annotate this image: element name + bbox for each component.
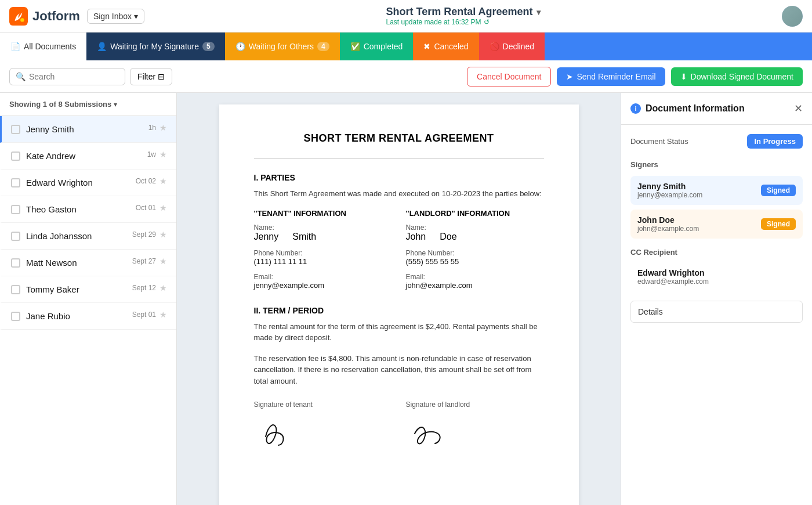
filter-button[interactable]: Filter ⊟ <box>130 68 172 85</box>
landlord-col-title: "LANDLORD" INFORMATION <box>406 209 544 218</box>
document-title: Short Term Rental Agreement ▾ <box>386 6 541 18</box>
submission-list-item[interactable]: Matt Newson Sept 27 ★ <box>0 250 176 276</box>
submission-list-item[interactable]: Jenny Smith 1h ★ <box>0 116 176 143</box>
completed-icon: ✅ <box>350 42 360 51</box>
star-icon[interactable]: ★ <box>160 283 167 293</box>
refresh-icon[interactable]: ↺ <box>484 18 490 26</box>
download-icon: ⬇ <box>680 72 687 81</box>
sign-inbox-button[interactable]: Sign Inbox ▾ <box>87 9 144 24</box>
tab-all-documents[interactable]: 📄 All Documents <box>0 33 86 60</box>
declined-icon: 🚫 <box>490 42 499 51</box>
parties-columns: "TENANT" INFORMATION Name: Jenny Smith P… <box>254 209 544 297</box>
signature-row: Signature of tenant Signature of landlor… <box>254 401 544 448</box>
submission-meta: Sept 12 ★ <box>132 283 167 293</box>
tab-waiting-others[interactable]: 🕐 Waiting for Others 4 <box>225 33 340 60</box>
tab-declined-label: Declined <box>503 42 534 51</box>
filter-icon: ⊟ <box>158 72 165 81</box>
tab-all-label: All Documents <box>24 42 76 51</box>
toolbar-right: Cancel Document ➤ Send Reminder Email ⬇ … <box>467 67 803 86</box>
landlord-email-value: john@example.com <box>406 281 544 290</box>
main-layout: Showing 1 of 8 Submissions ▾ Jenny Smith… <box>0 93 812 505</box>
panel-header: i Document Information ✕ <box>621 93 812 125</box>
landlord-sig-col: Signature of landlord <box>406 401 544 448</box>
tab-waiting-my-signature[interactable]: 👤 Waiting for My Signature 5 <box>86 33 224 60</box>
panel-body: Document Status In Progress Signers Jenn… <box>621 125 812 505</box>
landlord-phone-value: (555) 555 55 55 <box>406 257 544 266</box>
send-reminder-button[interactable]: ➤ Send Reminder Email <box>557 67 665 86</box>
tenant-col: "TENANT" INFORMATION Name: Jenny Smith P… <box>254 209 392 297</box>
star-icon[interactable]: ★ <box>160 203 167 212</box>
tenant-email-label: Email: <box>254 273 392 281</box>
header: Jotform Sign Inbox ▾ Short Term Rental A… <box>0 0 812 33</box>
submission-meta: Sept 27 ★ <box>132 257 167 266</box>
submission-list-item[interactable]: Tommy Baker Sept 12 ★ <box>0 276 176 303</box>
tab-waiting-others-label: Waiting for Others <box>249 42 314 51</box>
submission-date: Sept 12 <box>132 284 156 292</box>
panel-close-button[interactable]: ✕ <box>794 102 803 115</box>
landlord-sig-svg <box>406 413 464 448</box>
cancel-document-button[interactable]: Cancel Document <box>467 67 551 86</box>
doc-status-label: Document Status <box>630 137 688 146</box>
panel-title-text: Document Information <box>646 103 745 114</box>
tab-canceled[interactable]: ✖ Canceled <box>413 33 478 60</box>
submission-info: Kate Andrew <box>26 151 167 161</box>
landlord-name-value: John Doe <box>406 232 544 242</box>
tab-declined[interactable]: 🚫 Declined <box>479 33 545 60</box>
submission-name: Kate Andrew <box>26 151 167 161</box>
header-right <box>782 6 803 27</box>
signer-info-jenny: Jenny Smith jenny@example.com <box>637 182 702 199</box>
submission-checkbox[interactable] <box>11 152 20 161</box>
submission-meta: Oct 01 ★ <box>136 203 167 212</box>
star-icon[interactable]: ★ <box>160 310 167 319</box>
submission-list-item[interactable]: Theo Gaston Oct 01 ★ <box>0 196 176 223</box>
submission-list-item[interactable]: Kate Andrew 1w ★ <box>0 143 176 169</box>
star-icon[interactable]: ★ <box>160 123 167 132</box>
submission-checkbox[interactable] <box>11 232 20 241</box>
star-icon[interactable]: ★ <box>160 176 167 186</box>
submission-checkbox[interactable] <box>11 178 20 187</box>
avatar-image <box>782 6 803 27</box>
header-left: Jotform Sign Inbox ▾ <box>9 7 144 26</box>
cc-item-edward: Edward Wrighton edward@example.com <box>630 262 803 291</box>
svg-point-1 <box>20 18 24 21</box>
download-signed-button[interactable]: ⬇ Download Signed Document <box>671 67 803 86</box>
filter-label: Filter <box>137 72 155 81</box>
divider <box>254 158 544 159</box>
signer-name-jenny: Jenny Smith <box>637 182 702 191</box>
tenant-name-value: Jenny Smith <box>254 232 392 242</box>
submission-list-item[interactable]: Jane Rubio Sept 01 ★ <box>0 303 176 330</box>
submission-date: 1h <box>148 124 156 132</box>
submission-date: Sept 27 <box>132 257 156 265</box>
tenant-sig-label: Signature of tenant <box>254 401 392 409</box>
star-icon[interactable]: ★ <box>160 257 167 266</box>
submission-checkbox[interactable] <box>11 285 20 294</box>
tab-canceled-label: Canceled <box>434 42 468 51</box>
landlord-email-field: Email: john@example.com <box>406 273 544 290</box>
doc-status-badge: In Progress <box>747 134 803 149</box>
submission-list-item[interactable]: Edward Wrighton Oct 02 ★ <box>0 169 176 196</box>
submission-checkbox[interactable] <box>11 125 20 134</box>
doc-title-chevron-icon[interactable]: ▾ <box>536 8 541 17</box>
submission-count-chevron-icon[interactable]: ▾ <box>114 100 117 109</box>
cc-name-edward: Edward Wrighton <box>637 268 796 277</box>
submission-checkbox[interactable] <box>11 312 20 321</box>
search-input[interactable] <box>29 72 110 81</box>
submission-list-item[interactable]: Linda Johansson Sept 29 ★ <box>0 223 176 250</box>
signer-info-john: John Doe john@example.com <box>637 215 699 233</box>
submission-checkbox[interactable] <box>11 258 20 268</box>
chevron-down-icon: ▾ <box>134 12 138 21</box>
tab-completed[interactable]: ✅ Completed <box>340 33 414 60</box>
signer-status-jenny: Signed <box>761 185 796 196</box>
submission-checkbox[interactable] <box>11 205 20 214</box>
cc-recipient-title: CC Recipient <box>630 248 803 257</box>
send-icon: ➤ <box>566 72 573 81</box>
right-panel: i Document Information ✕ Document Status… <box>621 93 812 505</box>
landlord-signature <box>406 413 544 448</box>
signers-title: Signers <box>630 160 803 169</box>
landlord-col: "LANDLORD" INFORMATION Name: John Doe Ph… <box>406 209 544 297</box>
tenant-email-value: jenny@example.com <box>254 281 392 290</box>
submission-info: Jenny Smith <box>26 124 167 134</box>
star-icon[interactable]: ★ <box>160 230 167 239</box>
star-icon[interactable]: ★ <box>160 150 167 159</box>
details-select[interactable]: Details <box>630 301 803 323</box>
